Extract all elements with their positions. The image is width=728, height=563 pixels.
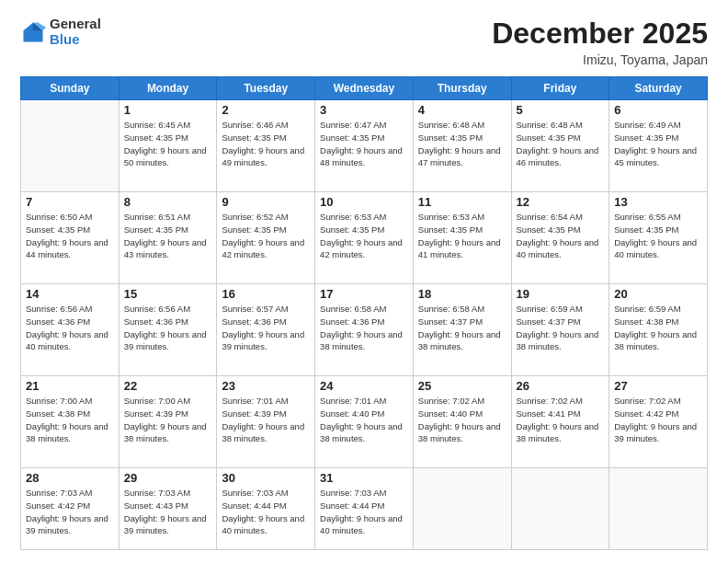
cell-info: Sunrise: 6:58 AMSunset: 4:36 PMDaylight:… — [320, 303, 408, 353]
calendar-cell — [21, 100, 119, 192]
calendar-cell: 20Sunrise: 6:59 AMSunset: 4:38 PMDayligh… — [609, 284, 708, 376]
cell-info: Sunrise: 7:03 AMSunset: 4:43 PMDaylight:… — [124, 487, 212, 537]
cell-info: Sunrise: 6:59 AMSunset: 4:38 PMDaylight:… — [614, 303, 702, 353]
day-number: 26 — [517, 379, 605, 393]
calendar-week-row: 28Sunrise: 7:03 AMSunset: 4:42 PMDayligh… — [21, 468, 708, 550]
day-number: 6 — [614, 103, 702, 117]
day-number: 25 — [418, 379, 506, 393]
calendar-cell: 11Sunrise: 6:53 AMSunset: 4:35 PMDayligh… — [413, 192, 511, 284]
day-number: 18 — [418, 287, 506, 301]
calendar-cell: 18Sunrise: 6:58 AMSunset: 4:37 PMDayligh… — [413, 284, 511, 376]
calendar-cell: 22Sunrise: 7:00 AMSunset: 4:39 PMDayligh… — [119, 376, 217, 468]
calendar-cell: 30Sunrise: 7:03 AMSunset: 4:44 PMDayligh… — [217, 468, 315, 550]
day-number: 27 — [614, 379, 702, 393]
page: General Blue December 2025 Imizu, Toyama… — [0, 0, 728, 563]
calendar-cell: 2Sunrise: 6:46 AMSunset: 4:35 PMDaylight… — [217, 100, 315, 192]
day-number: 8 — [124, 195, 212, 209]
day-number: 11 — [418, 195, 506, 209]
cell-info: Sunrise: 6:54 AMSunset: 4:35 PMDaylight:… — [517, 211, 605, 261]
calendar-cell: 25Sunrise: 7:02 AMSunset: 4:40 PMDayligh… — [413, 376, 511, 468]
calendar-cell — [511, 468, 609, 550]
calendar-cell: 28Sunrise: 7:03 AMSunset: 4:42 PMDayligh… — [21, 468, 119, 550]
day-number: 16 — [222, 287, 310, 301]
day-number: 24 — [320, 379, 408, 393]
day-number: 15 — [124, 287, 212, 301]
weekday-header: Sunday — [21, 77, 119, 100]
calendar-cell: 26Sunrise: 7:02 AMSunset: 4:41 PMDayligh… — [511, 376, 609, 468]
cell-info: Sunrise: 6:45 AMSunset: 4:35 PMDaylight:… — [124, 119, 212, 169]
day-number: 13 — [614, 195, 702, 209]
calendar-cell — [609, 468, 708, 550]
cell-info: Sunrise: 7:00 AMSunset: 4:39 PMDaylight:… — [124, 395, 212, 445]
day-number: 20 — [614, 287, 702, 301]
weekday-header: Tuesday — [217, 77, 315, 100]
day-number: 21 — [26, 379, 114, 393]
weekday-header: Monday — [119, 77, 217, 100]
day-number: 23 — [222, 379, 310, 393]
cell-info: Sunrise: 7:02 AMSunset: 4:40 PMDaylight:… — [418, 395, 506, 445]
calendar-header-row: SundayMondayTuesdayWednesdayThursdayFrid… — [21, 77, 708, 100]
day-number: 3 — [320, 103, 408, 117]
calendar-cell: 1Sunrise: 6:45 AMSunset: 4:35 PMDaylight… — [119, 100, 217, 192]
cell-info: Sunrise: 6:55 AMSunset: 4:35 PMDaylight:… — [614, 211, 702, 261]
day-number: 7 — [26, 195, 114, 209]
cell-info: Sunrise: 6:46 AMSunset: 4:35 PMDaylight:… — [222, 119, 310, 169]
cell-info: Sunrise: 6:53 AMSunset: 4:35 PMDaylight:… — [320, 211, 408, 261]
calendar-title: December 2025 — [492, 17, 708, 51]
day-number: 19 — [517, 287, 605, 301]
cell-info: Sunrise: 6:48 AMSunset: 4:35 PMDaylight:… — [517, 119, 605, 169]
day-number: 12 — [517, 195, 605, 209]
title-block: December 2025 Imizu, Toyama, Japan — [492, 17, 708, 67]
calendar-week-row: 7Sunrise: 6:50 AMSunset: 4:35 PMDaylight… — [21, 192, 708, 284]
calendar-cell: 10Sunrise: 6:53 AMSunset: 4:35 PMDayligh… — [315, 192, 414, 284]
calendar-location: Imizu, Toyama, Japan — [492, 52, 708, 67]
cell-info: Sunrise: 6:49 AMSunset: 4:35 PMDaylight:… — [614, 119, 702, 169]
cell-info: Sunrise: 7:02 AMSunset: 4:41 PMDaylight:… — [517, 395, 605, 445]
calendar-table: SundayMondayTuesdayWednesdayThursdayFrid… — [20, 76, 708, 550]
calendar-cell: 31Sunrise: 7:03 AMSunset: 4:44 PMDayligh… — [315, 468, 414, 550]
calendar-cell: 5Sunrise: 6:48 AMSunset: 4:35 PMDaylight… — [511, 100, 609, 192]
day-number: 14 — [26, 287, 114, 301]
day-number: 29 — [124, 471, 212, 485]
calendar-cell: 8Sunrise: 6:51 AMSunset: 4:35 PMDaylight… — [119, 192, 217, 284]
cell-info: Sunrise: 7:00 AMSunset: 4:38 PMDaylight:… — [26, 395, 114, 445]
cell-info: Sunrise: 6:47 AMSunset: 4:35 PMDaylight:… — [320, 119, 408, 169]
calendar-cell: 15Sunrise: 6:56 AMSunset: 4:36 PMDayligh… — [119, 284, 217, 376]
cell-info: Sunrise: 6:51 AMSunset: 4:35 PMDaylight:… — [124, 211, 212, 261]
day-number: 1 — [124, 103, 212, 117]
calendar-cell: 13Sunrise: 6:55 AMSunset: 4:35 PMDayligh… — [609, 192, 708, 284]
calendar-cell: 17Sunrise: 6:58 AMSunset: 4:36 PMDayligh… — [315, 284, 414, 376]
calendar-cell: 14Sunrise: 6:56 AMSunset: 4:36 PMDayligh… — [21, 284, 119, 376]
day-number: 9 — [222, 195, 310, 209]
calendar-week-row: 21Sunrise: 7:00 AMSunset: 4:38 PMDayligh… — [21, 376, 708, 468]
cell-info: Sunrise: 7:02 AMSunset: 4:42 PMDaylight:… — [614, 395, 702, 445]
cell-info: Sunrise: 6:52 AMSunset: 4:35 PMDaylight:… — [222, 211, 310, 261]
calendar-cell: 6Sunrise: 6:49 AMSunset: 4:35 PMDaylight… — [609, 100, 708, 192]
header: General Blue December 2025 Imizu, Toyama… — [20, 17, 708, 67]
logo-text: General Blue — [50, 17, 101, 47]
cell-info: Sunrise: 7:03 AMSunset: 4:42 PMDaylight:… — [26, 487, 114, 537]
cell-info: Sunrise: 7:01 AMSunset: 4:40 PMDaylight:… — [320, 395, 408, 445]
calendar-cell: 16Sunrise: 6:57 AMSunset: 4:36 PMDayligh… — [217, 284, 315, 376]
calendar-cell: 24Sunrise: 7:01 AMSunset: 4:40 PMDayligh… — [315, 376, 414, 468]
calendar-cell: 27Sunrise: 7:02 AMSunset: 4:42 PMDayligh… — [609, 376, 708, 468]
cell-info: Sunrise: 7:03 AMSunset: 4:44 PMDaylight:… — [222, 487, 310, 537]
day-number: 4 — [418, 103, 506, 117]
logo-general-label: General — [50, 17, 101, 32]
calendar-cell: 19Sunrise: 6:59 AMSunset: 4:37 PMDayligh… — [511, 284, 609, 376]
calendar-cell: 7Sunrise: 6:50 AMSunset: 4:35 PMDaylight… — [21, 192, 119, 284]
calendar-week-row: 14Sunrise: 6:56 AMSunset: 4:36 PMDayligh… — [21, 284, 708, 376]
calendar-cell: 3Sunrise: 6:47 AMSunset: 4:35 PMDaylight… — [315, 100, 414, 192]
cell-info: Sunrise: 6:56 AMSunset: 4:36 PMDaylight:… — [26, 303, 114, 353]
calendar-cell: 21Sunrise: 7:00 AMSunset: 4:38 PMDayligh… — [21, 376, 119, 468]
calendar-cell: 9Sunrise: 6:52 AMSunset: 4:35 PMDaylight… — [217, 192, 315, 284]
cell-info: Sunrise: 6:53 AMSunset: 4:35 PMDaylight:… — [418, 211, 506, 261]
logo-icon — [20, 19, 46, 45]
day-number: 22 — [124, 379, 212, 393]
cell-info: Sunrise: 6:50 AMSunset: 4:35 PMDaylight:… — [26, 211, 114, 261]
cell-info: Sunrise: 6:56 AMSunset: 4:36 PMDaylight:… — [124, 303, 212, 353]
day-number: 17 — [320, 287, 408, 301]
cell-info: Sunrise: 6:59 AMSunset: 4:37 PMDaylight:… — [517, 303, 605, 353]
day-number: 28 — [26, 471, 114, 485]
weekday-header: Thursday — [413, 77, 511, 100]
